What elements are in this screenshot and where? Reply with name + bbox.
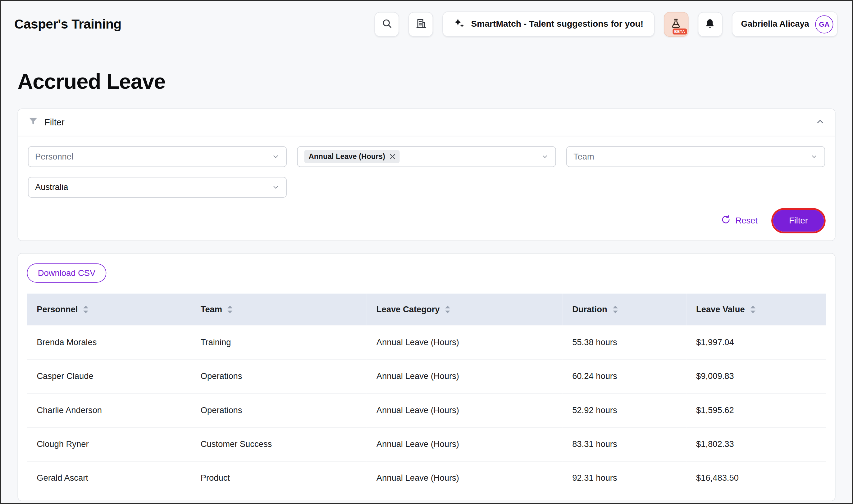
personnel-placeholder: Personnel — [35, 152, 73, 162]
app-window: Casper's Training — [0, 0, 853, 504]
chevron-up-icon — [815, 117, 825, 128]
cell-personnel: Clough Ryner — [27, 427, 190, 461]
organisation-button[interactable] — [408, 12, 433, 36]
selected-leave-category-tag: Annual Leave (Hours) — [304, 150, 399, 163]
cell-leave-category: Annual Leave (Hours) — [367, 427, 562, 461]
table-row: Gerald Ascart Product Annual Leave (Hour… — [27, 461, 826, 495]
column-label: Duration — [572, 304, 607, 314]
cell-leave-value: $1,997.04 — [686, 325, 826, 359]
notifications-button[interactable] — [698, 12, 722, 36]
filter-button-label: Filter — [789, 216, 808, 225]
cell-personnel: Gerald Ascart — [27, 461, 190, 495]
filter-panel-header: Filter — [18, 109, 835, 136]
smartmatch-label: SmartMatch - Talent suggestions for you! — [471, 19, 643, 29]
search-button[interactable] — [375, 12, 399, 36]
top-bar-actions: SmartMatch - Talent suggestions for you!… — [375, 12, 838, 37]
results-panel: Download CSV Personnel Team Leave — [17, 253, 835, 501]
download-csv-button[interactable]: Download CSV — [27, 264, 106, 283]
reset-icon — [721, 215, 731, 227]
cell-duration: 60.24 hours — [562, 359, 686, 393]
cell-duration: 55.38 hours — [562, 325, 686, 359]
user-menu-button[interactable]: Gabriella Alicaya GA — [732, 12, 837, 37]
leave-category-select[interactable]: Annual Leave (Hours) — [297, 146, 556, 167]
sort-icon[interactable] — [227, 305, 233, 314]
bell-icon — [704, 18, 715, 31]
funnel-icon — [28, 116, 38, 129]
sparkles-icon — [454, 17, 465, 31]
cell-leave-category: Annual Leave (Hours) — [367, 325, 562, 359]
cell-leave-category: Annual Leave (Hours) — [367, 393, 562, 427]
sort-icon[interactable] — [750, 305, 756, 314]
cell-leave-value: $1,595.62 — [686, 393, 826, 427]
cell-leave-value: $9,009.83 — [686, 359, 826, 393]
cell-leave-category: Annual Leave (Hours) — [367, 359, 562, 393]
cell-leave-value: $1,802.33 — [686, 427, 826, 461]
labs-button[interactable]: BETA — [664, 12, 689, 36]
avatar: GA — [815, 15, 833, 33]
table-row: Casper Claude Operations Annual Leave (H… — [27, 359, 826, 393]
cell-team: Operations — [191, 393, 367, 427]
column-label: Leave Category — [377, 304, 440, 314]
team-select[interactable]: Team — [566, 146, 825, 167]
team-placeholder: Team — [573, 152, 594, 162]
sort-icon[interactable] — [445, 305, 450, 314]
personnel-select[interactable]: Personnel — [28, 146, 287, 167]
filter-panel-body: Personnel Annual Leave (Hours) — [18, 136, 835, 240]
filter-panel: Filter Personnel A — [17, 108, 835, 241]
reset-button[interactable]: Reset — [721, 215, 758, 227]
column-label: Leave Value — [696, 304, 745, 314]
beta-badge: BETA — [673, 28, 686, 34]
smartmatch-banner-button[interactable]: SmartMatch - Talent suggestions for you! — [443, 12, 655, 37]
column-header-leave-value[interactable]: Leave Value — [686, 293, 826, 325]
sort-icon[interactable] — [83, 305, 89, 314]
chevron-down-icon — [810, 153, 818, 160]
chevron-down-icon — [541, 153, 549, 160]
remove-tag-icon[interactable] — [389, 154, 395, 160]
cell-personnel: Brenda Morales — [27, 325, 190, 359]
country-select[interactable]: Australia — [28, 177, 287, 198]
cell-leave-value: $16,483.50 — [686, 461, 826, 495]
page-title: Accrued Leave — [17, 69, 852, 94]
column-header-duration[interactable]: Duration — [562, 293, 686, 325]
cell-duration: 92.31 hours — [562, 461, 686, 495]
column-header-team[interactable]: Team — [191, 293, 367, 325]
app-title: Casper's Training — [14, 16, 121, 32]
user-name: Gabriella Alicaya — [741, 19, 809, 29]
table-row: Charlie Anderson Operations Annual Leave… — [27, 393, 826, 427]
table-row: Clough Ryner Customer Success Annual Lea… — [27, 427, 826, 461]
search-icon — [381, 18, 392, 31]
column-label: Personnel — [37, 304, 78, 314]
column-header-leave-category[interactable]: Leave Category — [367, 293, 562, 325]
country-value: Australia — [35, 182, 68, 193]
column-header-personnel[interactable]: Personnel — [27, 293, 190, 325]
cell-leave-category: Annual Leave (Hours) — [367, 461, 562, 495]
accrued-leave-table: Personnel Team Leave Category Duration — [27, 293, 826, 495]
chevron-down-icon — [272, 183, 280, 191]
cell-personnel: Charlie Anderson — [27, 393, 190, 427]
filter-panel-title: Filter — [45, 117, 65, 128]
cell-personnel: Casper Claude — [27, 359, 190, 393]
cell-duration: 83.31 hours — [562, 427, 686, 461]
column-label: Team — [201, 304, 222, 314]
download-csv-label: Download CSV — [38, 268, 95, 277]
table-header-row: Personnel Team Leave Category Duration — [27, 293, 826, 325]
cell-duration: 52.92 hours — [562, 393, 686, 427]
building-icon — [415, 18, 426, 31]
chevron-down-icon — [272, 153, 280, 160]
table-row: Brenda Morales Training Annual Leave (Ho… — [27, 325, 826, 359]
filter-button[interactable]: Filter — [773, 210, 824, 232]
cell-team: Operations — [191, 359, 367, 393]
collapse-filter-button[interactable] — [815, 117, 825, 128]
reset-label: Reset — [735, 216, 757, 226]
cell-team: Customer Success — [191, 427, 367, 461]
sort-icon[interactable] — [612, 305, 618, 314]
cell-team: Training — [191, 325, 367, 359]
cell-team: Product — [191, 461, 367, 495]
tag-label: Annual Leave (Hours) — [309, 153, 385, 160]
top-bar: Casper's Training — [1, 1, 852, 47]
